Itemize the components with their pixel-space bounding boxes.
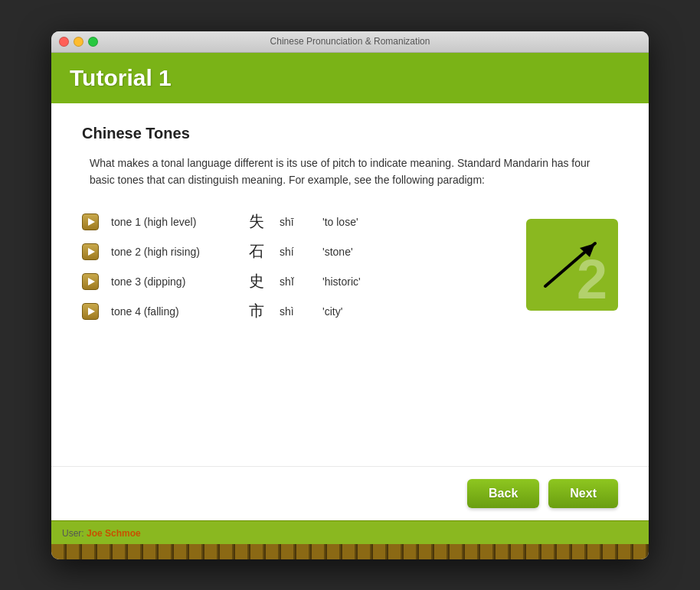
tone-graphic: 2 <box>526 219 618 311</box>
window-controls <box>59 37 98 47</box>
tone-pinyin-3: shǐ <box>280 275 310 288</box>
tone-label-2: tone 2 (high rising) <box>111 246 234 258</box>
tones-container: tone 1 (high level)失shī'to lose'tone 2 (… <box>82 211 618 450</box>
tone-char-1: 失 <box>246 211 267 232</box>
tone-meaning-4: 'city' <box>322 305 342 318</box>
main-content: Chinese Tones What makes a tonal languag… <box>51 103 649 466</box>
play-tone-3-button[interactable] <box>82 273 99 290</box>
tone-char-2: 石 <box>246 241 267 262</box>
play-tone-1-button[interactable] <box>82 214 99 230</box>
tone-char-4: 市 <box>246 301 267 321</box>
back-button[interactable]: Back <box>467 479 539 508</box>
section-title: Chinese Tones <box>82 125 618 142</box>
tone-label-1: tone 1 (high level) <box>111 216 234 228</box>
tutorial-title: Tutorial 1 <box>70 65 630 91</box>
statusbar-prefix: User: <box>62 528 87 539</box>
tone-meaning-1: 'to lose' <box>322 216 358 228</box>
tone-row-2: tone 2 (high rising)石shí'stone' <box>82 241 503 262</box>
statusbar: User: Joe Schmoe <box>51 520 649 544</box>
next-button[interactable]: Next <box>548 479 618 508</box>
maximize-button[interactable] <box>88 37 98 47</box>
tone-pinyin-2: shí <box>280 246 310 258</box>
window-title: Chinese Pronunciation & Romanization <box>270 36 430 47</box>
bamboo-decoration <box>51 544 649 559</box>
tone-number: 2 <box>577 252 607 307</box>
footer: Back Next <box>51 466 649 520</box>
description-text: What makes a tonal language different is… <box>82 155 618 189</box>
tone-pinyin-1: shī <box>280 216 310 228</box>
app-window: Chinese Pronunciation & Romanization Tut… <box>51 31 649 559</box>
statusbar-username: Joe Schmoe <box>87 528 141 539</box>
tone-row-4: tone 4 (falling)市shì'city' <box>82 301 503 321</box>
minimize-button[interactable] <box>74 37 83 47</box>
tone-meaning-3: 'historic' <box>322 275 361 288</box>
tone-pinyin-4: shì <box>280 305 310 318</box>
tone-char-3: 史 <box>246 271 267 292</box>
tone-label-4: tone 4 (falling) <box>111 305 234 318</box>
play-tone-2-button[interactable] <box>82 243 99 260</box>
tone-meaning-2: 'stone' <box>322 246 353 258</box>
app-header: Tutorial 1 <box>51 53 649 103</box>
tones-list: tone 1 (high level)失shī'to lose'tone 2 (… <box>82 211 503 321</box>
close-button[interactable] <box>59 37 69 47</box>
tone-label-3: tone 3 (dipping) <box>111 275 234 288</box>
titlebar: Chinese Pronunciation & Romanization <box>51 31 649 53</box>
tone-row-3: tone 3 (dipping)史shǐ'historic' <box>82 271 503 292</box>
statusbar-text: User: Joe Schmoe <box>62 528 141 539</box>
tone-row-1: tone 1 (high level)失shī'to lose' <box>82 211 503 232</box>
play-tone-4-button[interactable] <box>82 303 99 320</box>
